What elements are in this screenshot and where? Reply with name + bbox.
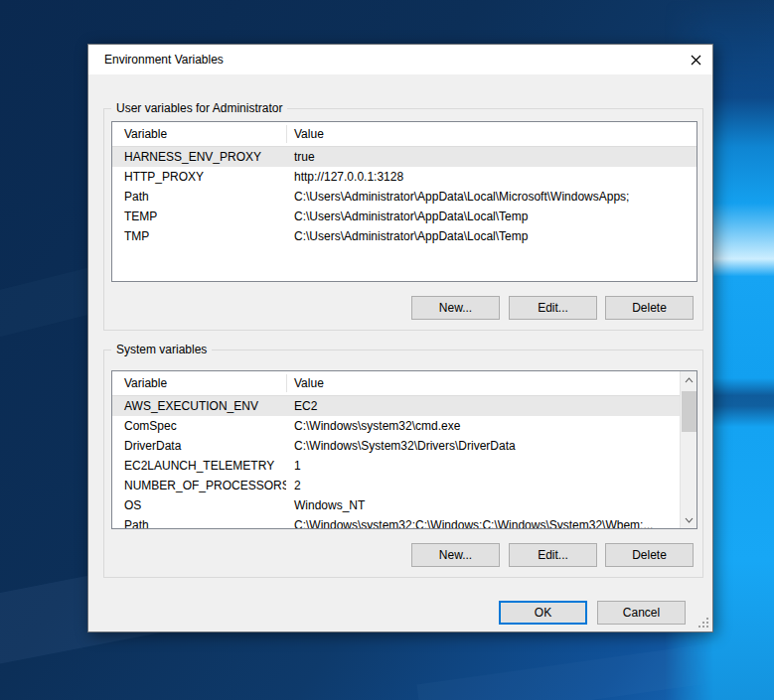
variable-cell: TEMP bbox=[112, 207, 286, 226]
table-row[interactable]: Path C:\Users\Administrator\AppData\Loca… bbox=[112, 187, 697, 207]
variable-cell: HTTP_PROXY bbox=[112, 167, 286, 187]
variable-cell: ComSpec bbox=[112, 416, 286, 436]
value-cell: C:\Windows\System32\Drivers\DriverData bbox=[286, 436, 680, 456]
column-header-variable[interactable]: Variable bbox=[112, 376, 286, 390]
variable-cell: DriverData bbox=[112, 436, 286, 456]
column-separator[interactable] bbox=[286, 374, 287, 392]
system-variables-group: System variables Variable Value AWS_EXEC… bbox=[103, 350, 703, 578]
close-button[interactable] bbox=[679, 45, 712, 74]
scrollbar-down-button[interactable] bbox=[681, 511, 697, 528]
environment-variables-dialog: Environment Variables User variables for… bbox=[87, 44, 713, 632]
user-variables-group-label: User variables for Administrator bbox=[111, 100, 287, 116]
table-row[interactable]: OS Windows_NT bbox=[112, 495, 680, 515]
resize-grip-icon[interactable] bbox=[698, 618, 709, 629]
table-row[interactable]: Path C:\Windows\system32;C:\Windows;C:\W… bbox=[112, 515, 680, 529]
value-cell: C:\Users\Administrator\AppData\Local\Mic… bbox=[286, 187, 697, 207]
user-edit-button[interactable]: Edit... bbox=[509, 296, 597, 320]
table-row[interactable]: ComSpec C:\Windows\system32\cmd.exe bbox=[112, 416, 680, 436]
variable-cell: NUMBER_OF_PROCESSORS bbox=[112, 476, 286, 495]
scroll-down-icon bbox=[685, 517, 694, 523]
table-row[interactable]: EC2LAUNCH_TELEMETRY 1 bbox=[112, 456, 680, 476]
desktop: Environment Variables User variables for… bbox=[0, 0, 774, 700]
vertical-scrollbar[interactable] bbox=[680, 371, 697, 528]
table-row[interactable]: HTTP_PROXY http://127.0.0.1:3128 bbox=[112, 167, 697, 187]
system-new-button[interactable]: New... bbox=[411, 543, 500, 567]
scrollbar-up-button[interactable] bbox=[681, 371, 697, 388]
table-header: Variable Value bbox=[112, 122, 697, 147]
value-cell: 2 bbox=[286, 476, 680, 495]
scrollbar-thumb[interactable] bbox=[682, 391, 697, 432]
variable-cell: Path bbox=[112, 515, 286, 529]
value-cell: C:\Windows\system32;C:\Windows;C:\Window… bbox=[286, 515, 680, 529]
table-row[interactable]: TMP C:\Users\Administrator\AppData\Local… bbox=[112, 226, 697, 246]
value-cell: C:\Users\Administrator\AppData\Local\Tem… bbox=[286, 226, 697, 246]
system-variables-group-label: System variables bbox=[111, 342, 212, 357]
table-row[interactable]: HARNESS_ENV_PROXY true bbox=[112, 147, 697, 167]
value-cell: http://127.0.0.1:3128 bbox=[286, 167, 697, 187]
system-variables-table: Variable Value AWS_EXECUTION_ENV EC2 Com… bbox=[111, 370, 697, 529]
title-bar[interactable]: Environment Variables bbox=[88, 45, 712, 74]
variable-cell: EC2LAUNCH_TELEMETRY bbox=[112, 456, 286, 476]
variable-cell: Path bbox=[112, 187, 286, 207]
system-edit-button[interactable]: Edit... bbox=[509, 543, 597, 567]
user-new-button[interactable]: New... bbox=[411, 296, 500, 320]
variable-cell: AWS_EXECUTION_ENV bbox=[112, 396, 286, 416]
dialog-title: Environment Variables bbox=[88, 53, 224, 67]
column-separator[interactable] bbox=[286, 125, 287, 143]
table-header: Variable Value bbox=[112, 371, 680, 396]
table-row[interactable]: TEMP C:\Users\Administrator\AppData\Loca… bbox=[112, 207, 697, 226]
table-row[interactable]: AWS_EXECUTION_ENV EC2 bbox=[112, 396, 680, 416]
value-cell: C:\Windows\system32\cmd.exe bbox=[286, 416, 680, 436]
value-cell: true bbox=[286, 147, 697, 167]
column-header-value[interactable]: Value bbox=[286, 127, 697, 141]
column-header-variable[interactable]: Variable bbox=[112, 127, 286, 141]
value-cell: 1 bbox=[286, 456, 680, 476]
table-row[interactable]: DriverData C:\Windows\System32\Drivers\D… bbox=[112, 436, 680, 456]
user-delete-button[interactable]: Delete bbox=[605, 296, 694, 320]
system-delete-button[interactable]: Delete bbox=[605, 543, 694, 567]
value-cell: EC2 bbox=[286, 396, 680, 416]
cancel-button[interactable]: Cancel bbox=[597, 601, 686, 625]
scroll-up-icon bbox=[685, 377, 694, 383]
variable-cell: TMP bbox=[112, 226, 286, 246]
ok-button[interactable]: OK bbox=[499, 601, 587, 625]
value-cell: Windows_NT bbox=[286, 495, 680, 515]
close-icon bbox=[691, 55, 701, 66]
table-row[interactable]: NUMBER_OF_PROCESSORS 2 bbox=[112, 476, 680, 495]
variable-cell: HARNESS_ENV_PROXY bbox=[112, 147, 286, 167]
variable-cell: OS bbox=[112, 495, 286, 515]
value-cell: C:\Users\Administrator\AppData\Local\Tem… bbox=[286, 207, 697, 226]
user-variables-group: User variables for Administrator Variabl… bbox=[103, 108, 703, 331]
column-header-value[interactable]: Value bbox=[286, 376, 680, 390]
user-variables-table: Variable Value HARNESS_ENV_PROXY true HT… bbox=[111, 121, 697, 282]
